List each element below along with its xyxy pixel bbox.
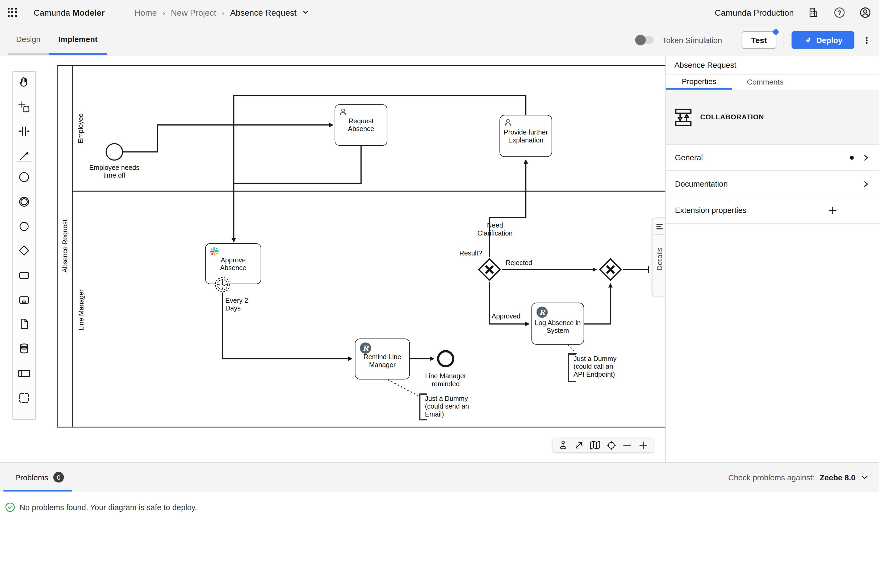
annotation-bracket <box>568 353 569 382</box>
data-object-entry-icon[interactable] <box>17 317 31 331</box>
properties-group-documentation[interactable]: Documentation <box>666 171 879 197</box>
text-annotation-api[interactable]: Just a Dummy (could call an API Endpoint… <box>573 355 617 378</box>
tab-properties[interactable]: Properties <box>666 74 732 90</box>
task-remind-line-manager[interactable]: R Remind Line Manager <box>355 338 410 380</box>
deploy-button[interactable]: Deploy <box>792 32 854 49</box>
space-tool-icon[interactable] <box>17 124 31 138</box>
modified-dot <box>850 156 854 159</box>
text-annotation-email[interactable]: Just a Dummy (could send an Email) <box>425 394 470 418</box>
zoom-in-icon[interactable] <box>637 439 649 451</box>
tab-problems[interactable]: Problems 0 <box>15 463 64 492</box>
fullscreen-icon[interactable] <box>573 439 585 451</box>
problems-tab-label: Problems <box>15 472 48 482</box>
brand-bold: Modeler <box>72 8 105 17</box>
problems-panel: Problems 0 Check problems against: Zeebe… <box>0 462 879 588</box>
lane-label-employee[interactable]: Employee <box>77 106 85 151</box>
timer-label[interactable]: Every 2 Days <box>225 296 265 312</box>
tab-implement[interactable]: Implement <box>49 25 107 55</box>
rest-connector-icon: R <box>360 342 371 354</box>
participant-entry-icon[interactable] <box>17 367 31 380</box>
organization-icon[interactable] <box>807 6 819 18</box>
token-simulation-toggle[interactable] <box>636 36 654 44</box>
task-approve-absence[interactable]: Approve Absence <box>205 243 261 284</box>
collaboration-icon <box>675 108 692 126</box>
group-entry-icon[interactable] <box>17 391 31 405</box>
task-label: Remind Line Manager <box>358 353 407 368</box>
details-panel-tab[interactable]: Details <box>652 218 666 296</box>
problems-tab-bar: Problems 0 Check problems against: Zeebe… <box>0 462 879 492</box>
breadcrumb-current[interactable]: Absence Request <box>230 8 297 17</box>
test-button[interactable]: Test <box>741 32 776 49</box>
reset-viewport-icon[interactable] <box>557 439 569 451</box>
gateway-result[interactable] <box>477 257 502 282</box>
lane-label-line-manager[interactable]: Line Manager <box>77 288 86 333</box>
canvas-controls <box>553 438 654 452</box>
engine-version-value: Zeebe 8.0 <box>820 472 856 482</box>
engine-version-selector[interactable]: Check problems against: Zeebe 8.0 <box>728 463 869 492</box>
end-event-reminded[interactable] <box>436 350 454 368</box>
start-event-label[interactable]: Employee needs time off <box>86 164 142 179</box>
data-store-entry-icon[interactable] <box>17 342 31 356</box>
flow-label-need-clarification[interactable]: Need Clarification <box>472 221 518 237</box>
rest-connector-icon: R <box>537 306 548 318</box>
task-provide-explanation[interactable]: Provide further Explanation <box>500 115 552 157</box>
start-event-entry-icon[interactable] <box>17 170 31 184</box>
properties-panel-title: Absence Request <box>666 56 879 75</box>
chevron-down-icon <box>860 473 869 482</box>
minimap-icon[interactable] <box>589 439 601 451</box>
lasso-tool-icon[interactable] <box>17 100 31 114</box>
global-connect-tool-icon[interactable] <box>17 149 31 163</box>
tab-comments[interactable]: Comments <box>732 74 798 90</box>
problems-count-badge: 0 <box>54 472 64 483</box>
organization-name: Camunda Production <box>715 8 794 17</box>
breadcrumb-home[interactable]: Home <box>134 8 157 17</box>
group-label: Extension properties <box>675 206 747 215</box>
task-entry-icon[interactable] <box>17 268 31 282</box>
top-right-actions: Camunda Production ? <box>715 6 871 18</box>
tab-design[interactable]: Design <box>8 25 49 55</box>
properties-panel: Absence Request Properties Comments COLL… <box>666 56 879 464</box>
sequence-flows-layer <box>0 56 666 464</box>
task-label: Approve Absence <box>208 256 258 272</box>
check-problems-label: Check problems against: <box>728 472 814 482</box>
hand-tool-icon[interactable] <box>17 75 31 89</box>
chevron-right-icon <box>862 153 870 162</box>
help-icon[interactable]: ? <box>833 6 845 18</box>
boundary-timer-event[interactable] <box>215 277 231 292</box>
gateway-result-label[interactable]: Result? <box>452 249 482 257</box>
success-check-icon <box>5 502 15 512</box>
task-log-absence[interactable]: R Log Absence in System <box>531 303 584 345</box>
pool-label[interactable]: Absence Request <box>61 215 69 277</box>
task-request-absence[interactable]: Request Absence <box>335 104 387 146</box>
flow-label-rejected[interactable]: Rejected <box>506 259 534 267</box>
zoom-reset-icon[interactable] <box>605 439 617 451</box>
end-event-label[interactable]: Line Manager reminded <box>422 372 469 388</box>
add-icon[interactable] <box>828 206 837 215</box>
subprocess-entry-icon[interactable] <box>17 293 31 307</box>
breadcrumb-separator: › <box>222 8 225 17</box>
end-event-entry-icon[interactable] <box>17 220 31 233</box>
task-label: Request Absence <box>338 117 384 133</box>
properties-group-general[interactable]: General <box>666 145 879 171</box>
bpmn-canvas[interactable]: Absence Request Employee Line Manager Em… <box>0 56 666 464</box>
breadcrumb-separator: › <box>162 8 165 17</box>
flow-label-approved[interactable]: Approved <box>492 312 521 320</box>
divider <box>123 6 123 18</box>
user-avatar-icon[interactable] <box>859 6 871 18</box>
breadcrumb-project[interactable]: New Project <box>171 8 216 17</box>
group-label: General <box>675 153 703 162</box>
divider <box>784 32 784 48</box>
overflow-menu-icon[interactable] <box>862 32 872 48</box>
notification-dot <box>773 29 778 35</box>
properties-group-extension-properties[interactable]: Extension properties <box>666 197 879 224</box>
intermediate-event-entry-icon[interactable] <box>17 195 31 208</box>
gateway-entry-icon[interactable] <box>17 244 31 257</box>
gateway-merge[interactable] <box>598 257 623 282</box>
task-label: Provide further Explanation <box>502 128 549 144</box>
start-event[interactable] <box>105 143 123 161</box>
app-launcher-icon[interactable] <box>8 8 17 17</box>
user-task-icon <box>339 108 348 117</box>
chevron-down-icon[interactable] <box>302 9 309 16</box>
zoom-out-icon[interactable] <box>621 439 633 451</box>
associations <box>388 345 578 396</box>
